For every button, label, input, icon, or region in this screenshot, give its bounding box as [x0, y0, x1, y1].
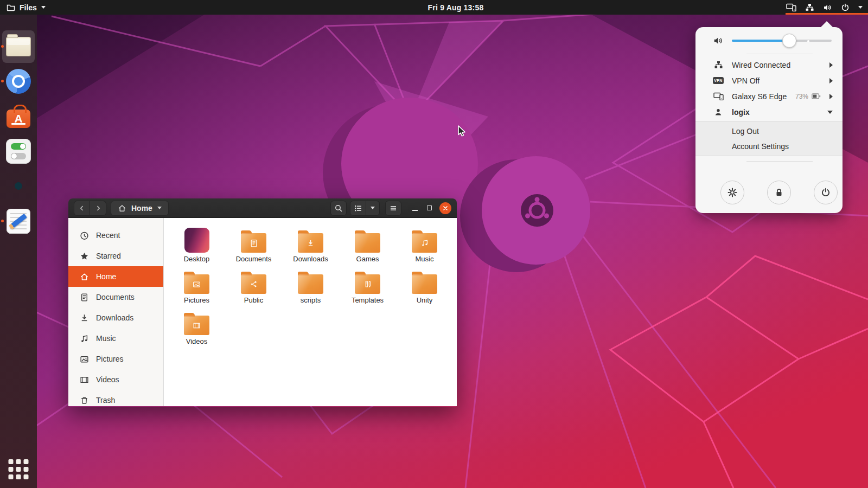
- search-button[interactable]: [330, 201, 347, 216]
- star-icon: [80, 252, 89, 261]
- menu-item-label: Wired Connected: [732, 61, 790, 69]
- lock-icon: [774, 188, 784, 197]
- folder-icon: [412, 233, 437, 253]
- slider-marker: [807, 40, 809, 42]
- forward-button[interactable]: [90, 201, 106, 216]
- desktop-folder-icon: [184, 228, 209, 253]
- minimize-button[interactable]: [408, 201, 422, 215]
- slider-fill: [732, 40, 789, 42]
- home-icon: [118, 204, 126, 213]
- chevron-down-icon: [371, 207, 375, 209]
- dock-item-chromium[interactable]: [5, 68, 31, 94]
- chevron-down-icon: [858, 6, 863, 9]
- running-indicator: [1, 220, 4, 222]
- folder-icon: [412, 274, 437, 294]
- separator: [746, 54, 813, 54]
- folder-item-music[interactable]: Music: [396, 222, 453, 263]
- mouse-cursor: [457, 125, 469, 138]
- sidebar-item-label: Home: [96, 272, 116, 281]
- folder-icon: [241, 233, 266, 253]
- power-button[interactable]: [814, 181, 838, 204]
- toggle-on-icon: [11, 143, 26, 150]
- menu-item-wired[interactable]: Wired Connected: [695, 57, 843, 73]
- location-button[interactable]: Home: [111, 201, 169, 216]
- folder-item-public[interactable]: Public: [225, 263, 282, 304]
- maximize-icon: [427, 206, 432, 210]
- folder-icon: [184, 274, 209, 294]
- chevron-right-icon: [94, 204, 103, 213]
- user-icon: [713, 108, 724, 117]
- window-menu-button[interactable]: [385, 201, 401, 216]
- folder-label: Downloads: [293, 255, 328, 263]
- show-applications-button[interactable]: [9, 459, 29, 479]
- sidebar-item-label: Trash: [96, 396, 115, 404]
- header-bar: Home: [68, 198, 457, 218]
- sidebar-item-pictures[interactable]: Pictures: [68, 349, 163, 369]
- folder-item-pictures[interactable]: Pictures: [168, 263, 225, 304]
- shotwell-pinwheel-icon: [3, 171, 34, 201]
- folder-item-desktop[interactable]: Desktop: [168, 222, 225, 263]
- volume-slider[interactable]: [732, 34, 832, 48]
- dock-item-files[interactable]: [5, 34, 31, 60]
- system-menu-popover: Wired Connected VPN VPN Off Galaxy S6 Ed…: [695, 27, 843, 213]
- chevron-down-icon: [827, 111, 833, 114]
- slider-handle[interactable]: [782, 34, 796, 48]
- folder-label: Games: [356, 255, 379, 263]
- system-action-buttons: [695, 164, 843, 204]
- sidebar-item-documents[interactable]: Documents: [68, 287, 163, 307]
- lock-button[interactable]: [767, 181, 791, 204]
- sidebar-item-recent[interactable]: Recent: [68, 225, 163, 246]
- folder-label: scripts: [301, 296, 321, 304]
- system-tray[interactable]: [786, 0, 868, 15]
- network-wired-icon: [805, 3, 814, 12]
- dock-item-text-editor[interactable]: [5, 208, 31, 234]
- folder-item-videos[interactable]: Videos: [168, 304, 225, 345]
- running-indicator: [1, 80, 4, 82]
- menu-item-vpn[interactable]: VPN VPN Off: [695, 73, 843, 88]
- menu-item-user-logix[interactable]: logix: [695, 104, 843, 120]
- app-menu-label: Files: [20, 3, 37, 12]
- folder-item-templates[interactable]: Templates: [339, 263, 396, 304]
- folder-label: Templates: [352, 296, 384, 304]
- dock-item-ubuntu-software[interactable]: A: [5, 103, 31, 129]
- menu-item-label: Log Out: [732, 127, 759, 136]
- menu-item-log-out[interactable]: Log Out: [695, 124, 843, 139]
- view-options-button[interactable]: [366, 201, 380, 216]
- close-button[interactable]: [439, 202, 451, 214]
- list-view-button[interactable]: [350, 201, 366, 216]
- sidebar-item-label: Videos: [96, 375, 119, 384]
- sidebar-item-music[interactable]: Music: [68, 328, 163, 349]
- sidebar-item-starred[interactable]: Starred: [68, 246, 163, 266]
- folder-item-unity[interactable]: Unity: [396, 263, 453, 304]
- clock[interactable]: Fri 9 Aug 13:58: [428, 3, 484, 12]
- folder-item-games[interactable]: Games: [339, 222, 396, 263]
- settings-button[interactable]: [720, 181, 744, 204]
- dock-item-settings[interactable]: [5, 138, 31, 164]
- sidebar-item-downloads[interactable]: Downloads: [68, 307, 163, 328]
- sidebar-item-label: Pictures: [96, 355, 124, 363]
- separator: [746, 161, 813, 162]
- mobile-device-icon: [713, 92, 724, 100]
- music-icon: [80, 334, 89, 343]
- folder-icon: [7, 3, 15, 12]
- sidebar-item-videos[interactable]: Videos: [68, 369, 163, 390]
- file-grid: Desktop Documents Downlo: [164, 218, 457, 406]
- back-button[interactable]: [74, 201, 90, 216]
- sidebar-item-trash[interactable]: Trash: [68, 390, 163, 410]
- document-emblem-icon: [249, 239, 258, 248]
- user-submenu: Log Out Account Settings: [695, 121, 843, 156]
- folder-icon: [298, 274, 323, 294]
- maximize-button[interactable]: [422, 201, 436, 215]
- folder-item-documents[interactable]: Documents: [225, 222, 282, 263]
- folder-label: Public: [244, 296, 263, 304]
- sidebar-item-home[interactable]: Home: [68, 266, 163, 287]
- sidebar-item-label: Music: [96, 334, 116, 343]
- dock-item-shotwell[interactable]: [5, 173, 31, 199]
- power-icon: [821, 188, 831, 197]
- menu-item-account-settings[interactable]: Account Settings: [695, 139, 843, 154]
- app-menu-button[interactable]: Files: [0, 0, 52, 15]
- folder-item-scripts[interactable]: scripts: [282, 263, 339, 304]
- menu-item-galaxy-s6-edge[interactable]: Galaxy S6 Edge 73%: [695, 88, 843, 104]
- folder-item-downloads[interactable]: Downloads: [282, 222, 339, 263]
- folder-label: Music: [416, 255, 434, 263]
